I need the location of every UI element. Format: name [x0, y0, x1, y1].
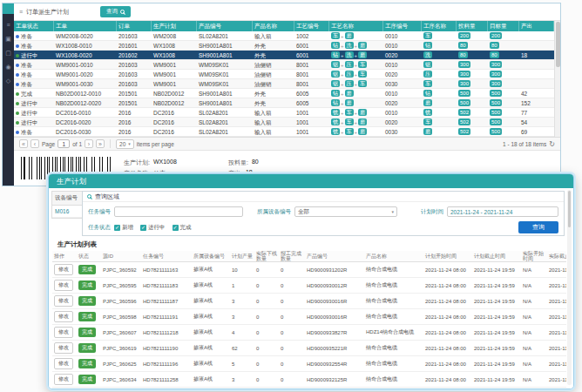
grid-row[interactable]: 准备WM9001-0030201603WM9001WM09SK01油侧销8001… — [14, 79, 554, 89]
grid-cell: PJPC_360634 — [101, 377, 141, 382]
last-page-button[interactable]: » — [96, 139, 105, 148]
settings-icon[interactable]: ◇ — [3, 78, 14, 84]
dialog-body: 设备编号 M016 查询区域 任务编号 所属设备编号 全部 ▾ — [49, 188, 573, 389]
grid-cell: N/A — [521, 283, 547, 288]
process-badge: 磨 — [358, 51, 367, 58]
task-no-input[interactable] — [114, 206, 243, 217]
grid-cell: 1001 — [294, 108, 329, 117]
dialog-scrollbar[interactable] — [567, 190, 572, 385]
grid-cell: 1001 — [294, 127, 329, 136]
column-header: 订单 — [117, 21, 152, 31]
grid-cell: 0 — [279, 299, 305, 304]
modify-button[interactable]: 修改 — [54, 264, 73, 275]
grid-cell: 2016 — [117, 108, 152, 117]
column-header: 计划产量 — [230, 251, 254, 261]
grid-row[interactable]: 准备WM9001-0020201603WM9001WM09SK01油侧销8001… — [14, 70, 554, 79]
menu-icon[interactable]: ≡ — [3, 22, 14, 28]
grid-cell: 0020 — [383, 51, 422, 59]
status-cell: 准备 — [14, 31, 54, 40]
plus-separator: + — [355, 44, 358, 49]
checkbox-checked-icon: ✓ — [140, 225, 146, 231]
grid-row[interactable]: 完成NB02D0012-0010201501NB02D0012SH9001A80… — [14, 89, 554, 98]
scrollbar-thumb[interactable] — [556, 22, 560, 67]
order-search-button[interactable]: 查询 — [100, 6, 131, 17]
query-button[interactable]: 查询 — [518, 221, 558, 233]
grid-cell: 输入箱 — [253, 118, 294, 126]
column-header: 计划截止时间 — [472, 251, 521, 261]
process-badge: 300 — [458, 71, 470, 78]
grid-cell: HD7821111258 — [141, 377, 192, 382]
modify-button[interactable]: 修改 — [54, 358, 73, 369]
grid-row[interactable]: 进行中DC2016-00102016DC2016SL02A8201输入箱1001… — [14, 108, 554, 118]
modify-button[interactable]: 修改 — [54, 342, 73, 354]
modify-button[interactable]: 修改 — [54, 327, 73, 338]
plan-time-range-input[interactable]: 2021-11-24 - 2021-11-24 — [447, 206, 558, 217]
grid-cell: 2021-11-24 — [547, 330, 566, 335]
status-dot-icon — [16, 64, 19, 67]
process-badge: 502 — [458, 118, 470, 125]
next-page-button[interactable]: › — [85, 139, 93, 148]
grid-row[interactable]: 准备DC2016-00302016DC2016SL02A8201输入箱1001铣… — [14, 127, 554, 137]
grid-row[interactable]: 进行中DC2016-00202016DC2016SL02A8201输入箱1001… — [14, 118, 554, 127]
grid-cell: N/A — [521, 362, 547, 367]
process-badge: 车 — [331, 32, 340, 39]
grid-cell: WM09SK01 — [197, 60, 253, 69]
orders-icon[interactable]: ▢ — [3, 50, 14, 56]
modify-button[interactable]: 修改 — [54, 295, 73, 307]
chevron-down-icon: ▾ — [128, 141, 131, 146]
grid-cell: 3 — [230, 377, 254, 382]
status-checkbox[interactable]: ✓完成 — [173, 224, 192, 232]
column-header: 源ID — [101, 251, 141, 261]
grid-cell: 300 — [457, 60, 488, 69]
refresh-icon[interactable]: ↻ — [549, 140, 555, 148]
orders-grid-scrollbar[interactable] — [554, 21, 560, 137]
grid-cell: 8001 — [294, 60, 329, 69]
grid-cell: DC2016-0030 — [54, 127, 117, 136]
first-page-button[interactable]: « — [19, 139, 28, 148]
grid-cell: 2021-11-24 19:59 — [472, 330, 521, 335]
grid-row[interactable]: 进行中WX1008-0020201602WX1008SH9001A801外壳60… — [14, 51, 554, 60]
process-badge: 200 — [458, 32, 470, 39]
plus-separator: + — [341, 63, 344, 68]
grid-row[interactable]: 准备WX1008-0010201601WX1008SH9001A801外壳600… — [14, 41, 554, 51]
status-dot-icon — [16, 44, 19, 48]
grid-cell: 300 — [488, 70, 519, 78]
grid-cell: 掺液A线 — [192, 266, 230, 274]
plan-value: WX1008 — [153, 159, 177, 167]
grid-cell: HD9000932125R — [305, 377, 364, 382]
op-cell: 修改 — [52, 358, 77, 369]
grid-cell: 掺液A线 — [192, 328, 230, 336]
plus-separator: + — [355, 82, 358, 87]
page-size-select[interactable]: 20 ▾ — [116, 139, 134, 149]
production-plan-dialog: 生产计划 设备编号 M016 查询区域 任务编号 所属设备编号 全部 ▾ — [48, 173, 574, 389]
grid-cell: 0030 — [383, 79, 422, 88]
modules-icon[interactable]: ▣ — [3, 36, 14, 42]
column-header: 实际开始时间 — [521, 251, 547, 261]
process-badge: 80 — [458, 51, 468, 58]
modify-button[interactable]: 修改 — [54, 311, 73, 322]
modify-button[interactable]: 修改 — [54, 280, 73, 291]
plus-separator: + — [355, 120, 358, 125]
status-cell: 进行中 — [14, 108, 54, 117]
monitor-icon[interactable]: ◉ — [3, 64, 14, 70]
grid-row[interactable]: 准备WM9001-0010201603WM9001WM09SK01油侧销8001… — [14, 60, 554, 70]
grid-row[interactable]: 进行中NB02D0012-0020201501NB02D0012SH9001A8… — [14, 98, 554, 108]
process-badge: 车 — [423, 32, 432, 39]
status-checkbox[interactable]: ✓进行中 — [140, 224, 166, 232]
grid-cell: 201501 — [117, 89, 152, 98]
status-checkbox[interactable]: ✓新增 — [114, 224, 133, 232]
grid-cell: WM9001-0010 — [54, 60, 117, 69]
grid-cell: HD7821111163 — [141, 267, 192, 273]
prev-page-button[interactable]: ‹ — [30, 139, 39, 148]
scrollbar-thumb[interactable] — [568, 191, 571, 227]
grid-cell: 车 — [422, 79, 457, 88]
grid-cell: 钻+洗+磨 — [329, 41, 383, 50]
equipment-select[interactable]: 全部 ▾ — [294, 206, 397, 217]
orders-pagination: « ‹ Page 1 of 1 › » 20 ▾ items per page … — [14, 137, 560, 151]
grid-row[interactable]: 准备WM2008-0020201603WM2008SL02A8201输入箱100… — [14, 31, 554, 41]
page-number-input[interactable]: 1 — [58, 139, 70, 148]
grid-cell: 77 — [519, 108, 554, 117]
grid-cell: 200 — [457, 31, 488, 40]
modify-button[interactable]: 修改 — [54, 374, 73, 385]
grid-cell: 54 — [519, 118, 554, 126]
